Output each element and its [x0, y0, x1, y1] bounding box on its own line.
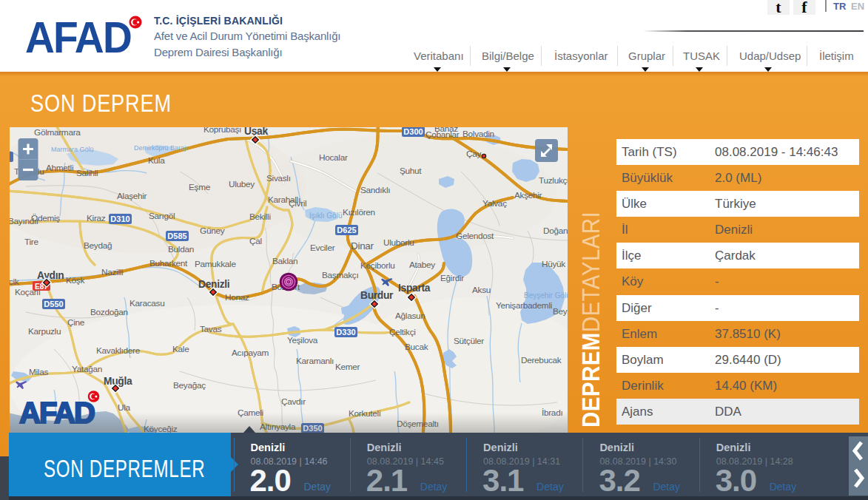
svg-text:Çine: Çine [67, 317, 85, 328]
svg-text:D625: D625 [337, 226, 356, 234]
svg-text:Alaşehir: Alaşehir [117, 191, 147, 201]
svg-text:Muğla: Muğla [104, 376, 132, 387]
svg-text:Milas: Milas [29, 367, 48, 377]
svg-text:Kızılören: Kızılören [343, 207, 375, 217]
svg-text:Buldan: Buldan [168, 244, 194, 254]
svg-text:Honaz: Honaz [225, 292, 249, 303]
svg-text:Gelendost: Gelendost [456, 231, 494, 241]
svg-text:D550: D550 [44, 300, 63, 308]
svg-text:D585: D585 [167, 232, 186, 240]
svg-text:Çivril: Çivril [289, 198, 306, 209]
svg-text:Aksu: Aksu [472, 285, 491, 295]
svg-text:Kula: Kula [148, 155, 165, 166]
svg-text:D330: D330 [336, 328, 355, 337]
svg-text:Germencik: Germencik [10, 277, 19, 287]
svg-text:Çal: Çal [249, 236, 262, 246]
svg-text:Tavas: Tavas [200, 324, 222, 334]
svg-text:Beyşehir Gölü: Beyşehir Gölü [524, 291, 568, 300]
svg-text:Güney: Güney [200, 226, 225, 236]
svg-text:Sandıklı: Sandıklı [360, 185, 390, 195]
svg-text:Uluborlu: Uluborlu [383, 237, 414, 248]
svg-text:Karpuzlu: Karpuzlu [28, 326, 61, 337]
svg-text:Aydın: Aydın [37, 270, 64, 281]
svg-text:Çobanlar: Çobanlar [425, 129, 460, 140]
svg-text:Kale: Kale [172, 344, 189, 354]
svg-text:Yalvaç: Yalvaç [482, 198, 507, 209]
svg-text:Işıklı Gölü: Işıklı Gölü [309, 212, 342, 220]
svg-text:Ula: Ula [118, 402, 131, 413]
svg-text:Demirköprü Barajı: Demirköprü Barajı [134, 144, 188, 152]
svg-text:Çeltikçi: Çeltikçi [389, 327, 416, 337]
svg-text:Karacasu: Karacasu [129, 298, 164, 308]
svg-text:Bucak: Bucak [405, 342, 428, 352]
svg-text:Kemer: Kemer [335, 362, 360, 372]
svg-text:Koçarlı: Koçarlı [15, 287, 41, 297]
svg-text:Sütçüler: Sütçüler [454, 336, 484, 346]
svg-text:Buharkent: Buharkent [149, 258, 188, 268]
svg-text:Başmakçı: Başmakçı [322, 270, 358, 280]
svg-text:Çay: Çay [466, 149, 481, 159]
svg-text:Dinar: Dinar [351, 240, 374, 251]
svg-text:D300: D300 [403, 127, 423, 136]
svg-text:Ağlasun: Ağlasun [395, 311, 425, 321]
svg-text:Salihli: Salihli [76, 168, 98, 178]
svg-text:Akşehir: Akşehir [514, 190, 542, 200]
svg-text:Evciler: Evciler [310, 243, 335, 253]
svg-text:Bolvadin: Bolvadin [462, 129, 494, 139]
svg-text:Çavdır: Çavdır [281, 396, 306, 407]
svg-text:Gölmarmara: Gölmarmara [34, 127, 81, 138]
svg-text:Köşk: Köşk [66, 275, 84, 286]
svg-text:Atabey: Atabey [409, 260, 435, 270]
svg-text:Yeşilova: Yeşilova [287, 335, 318, 345]
svg-text:Sarıgöl: Sarıgöl [149, 211, 175, 221]
svg-text:Kavaklıdere: Kavaklıdere [96, 345, 141, 356]
svg-text:Ahmetli: Ahmetli [46, 163, 73, 173]
svg-text:D310: D310 [110, 214, 129, 223]
svg-text:Tire: Tire [24, 237, 38, 247]
svg-text:Marmara Gölü: Marmara Gölü [51, 146, 94, 153]
svg-text:Doğanhisar: Doğanhisar [543, 226, 568, 236]
svg-text:Tuzlukçu: Tuzlukçu [539, 175, 568, 186]
svg-text:Hocalar: Hocalar [319, 152, 348, 163]
svg-text:Bozdoğan: Bozdoğan [90, 307, 128, 317]
svg-text:Ulubey: Ulubey [229, 179, 255, 189]
svg-text:Beyağaç: Beyağaç [173, 380, 206, 391]
svg-text:Isparta: Isparta [398, 283, 431, 294]
svg-text:Hüyük: Hüyük [542, 259, 565, 269]
svg-text:Beyşehir: Beyşehir [553, 306, 568, 317]
svg-text:Eşme: Eşme [189, 182, 211, 192]
svg-text:Şuhut: Şuhut [400, 166, 422, 176]
svg-text:Derebucak: Derebucak [521, 355, 562, 365]
svg-text:Yenişarbademli: Yenişarbademli [496, 300, 552, 311]
svg-text:Baklan: Baklan [272, 256, 297, 266]
svg-text:Pamukkale: Pamukkale [195, 259, 236, 269]
svg-text:Kiraz: Kiraz [87, 213, 106, 223]
svg-text:Burdur: Burdur [360, 290, 394, 301]
svg-text:Karamanlı: Karamanlı [296, 356, 334, 366]
svg-text:Eğirdir: Eğirdir [440, 273, 464, 283]
svg-text:Uşak: Uşak [244, 127, 268, 137]
svg-text:Sivaslı: Sivaslı [266, 173, 291, 183]
svg-text:Yatağan: Yatağan [72, 364, 102, 374]
svg-text:Keçiborlu: Keçiborlu [360, 260, 394, 271]
svg-text:Acıpayam: Acıpayam [232, 348, 269, 358]
svg-text:Beydağ: Beydağ [84, 240, 112, 251]
svg-text:Bekilli: Bekilli [249, 212, 271, 222]
svg-text:Köprübaşı: Köprübaşı [203, 127, 241, 135]
svg-text:Bayındır: Bayındır [10, 216, 39, 226]
svg-text:Nazilli: Nazilli [101, 267, 123, 277]
